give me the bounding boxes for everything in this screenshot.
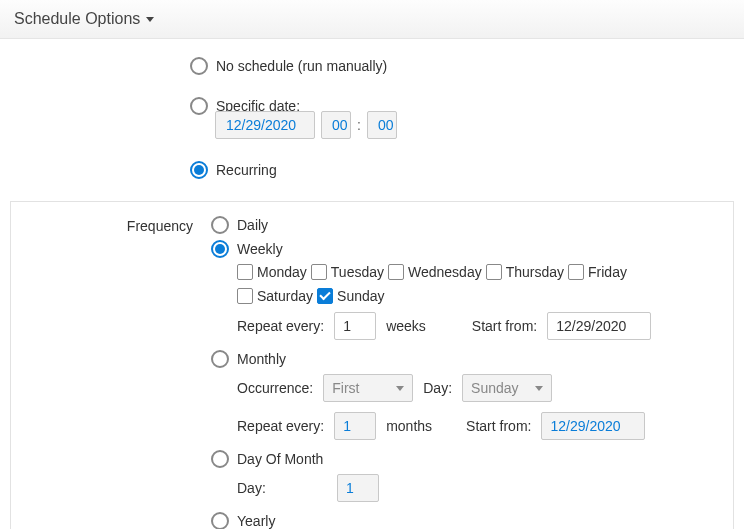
radio-icon [190, 57, 208, 75]
monthly-label: Monthly [237, 351, 286, 367]
specific-hour-input[interactable]: 00 [321, 111, 351, 139]
recurring-panel: Frequency Daily Weekly Monday Tuesday We… [10, 201, 734, 529]
dom-day-label: Day: [237, 480, 327, 496]
header-title: Schedule Options [14, 10, 140, 28]
specific-date-inputs: 12/29/2020 00 : 00 [215, 111, 744, 139]
monthly-repeat-label: Repeat every: [237, 418, 324, 434]
radio-icon [211, 216, 229, 234]
monthly-day-select[interactable]: Sunday [462, 374, 552, 402]
recurring-option[interactable]: Recurring [190, 161, 744, 179]
schedule-type-section: No schedule (run manually) Specific date… [0, 39, 744, 179]
day-thursday-checkbox[interactable]: Thursday [486, 264, 564, 280]
recurring-label: Recurring [216, 162, 277, 178]
chevron-down-icon [146, 17, 154, 22]
dom-day-input[interactable]: 1 [337, 474, 379, 502]
monthly-start-input[interactable]: 12/29/2020 [541, 412, 645, 440]
frequency-yearly-option[interactable]: Yearly [211, 512, 723, 529]
checkbox-icon [311, 264, 327, 280]
checkbox-icon [568, 264, 584, 280]
specific-date-input[interactable]: 12/29/2020 [215, 111, 315, 139]
monthly-repeat-unit: months [386, 418, 432, 434]
weekly-repeat-label: Repeat every: [237, 318, 324, 334]
day-friday-checkbox[interactable]: Friday [568, 264, 627, 280]
weekly-repeat-input[interactable]: 1 [334, 312, 376, 340]
monthly-settings: Occurrence: First Day: Sunday Repeat eve… [237, 374, 723, 440]
day-saturday-checkbox[interactable]: Saturday [237, 288, 313, 304]
weekly-start-label: Start from: [472, 318, 537, 334]
monthly-occurrence-select[interactable]: First [323, 374, 413, 402]
checkbox-icon [237, 288, 253, 304]
monthly-occurrence-label: Occurrence: [237, 380, 313, 396]
frequency-label: Frequency [11, 216, 211, 234]
day-sunday-checkbox[interactable]: Sunday [317, 288, 384, 304]
checkbox-icon [486, 264, 502, 280]
yearly-label: Yearly [237, 513, 275, 529]
radio-icon [211, 350, 229, 368]
frequency-monthly-option[interactable]: Monthly [211, 350, 723, 368]
monthly-day-label: Day: [423, 380, 452, 396]
checkbox-icon [317, 288, 333, 304]
weekly-settings: Monday Tuesday Wednesday Thursday Friday… [237, 264, 723, 340]
no-schedule-label: No schedule (run manually) [216, 58, 387, 74]
chevron-down-icon [396, 386, 404, 391]
checkbox-icon [237, 264, 253, 280]
monthly-start-label: Start from: [466, 418, 531, 434]
frequency-weekly-option[interactable]: Weekly [211, 240, 723, 258]
monthly-repeat-input[interactable]: 1 [334, 412, 376, 440]
checkbox-icon [388, 264, 404, 280]
schedule-options-dropdown[interactable]: Schedule Options [0, 0, 744, 39]
radio-icon [190, 97, 208, 115]
chevron-down-icon [535, 386, 543, 391]
specific-minute-input[interactable]: 00 [367, 111, 397, 139]
time-colon: : [357, 117, 361, 133]
day-monday-checkbox[interactable]: Monday [237, 264, 307, 280]
day-of-month-label: Day Of Month [237, 451, 323, 467]
frequency-daily-option[interactable]: Daily [211, 216, 723, 234]
radio-icon [190, 161, 208, 179]
no-schedule-option[interactable]: No schedule (run manually) [190, 57, 744, 75]
radio-icon [211, 450, 229, 468]
weekly-label: Weekly [237, 241, 283, 257]
radio-icon [211, 512, 229, 529]
day-wednesday-checkbox[interactable]: Wednesday [388, 264, 482, 280]
weekly-repeat-unit: weeks [386, 318, 426, 334]
day-of-month-settings: Day: 1 [237, 474, 723, 502]
frequency-day-of-month-option[interactable]: Day Of Month [211, 450, 723, 468]
daily-label: Daily [237, 217, 268, 233]
weekly-start-input[interactable]: 12/29/2020 [547, 312, 651, 340]
radio-icon [211, 240, 229, 258]
day-tuesday-checkbox[interactable]: Tuesday [311, 264, 384, 280]
